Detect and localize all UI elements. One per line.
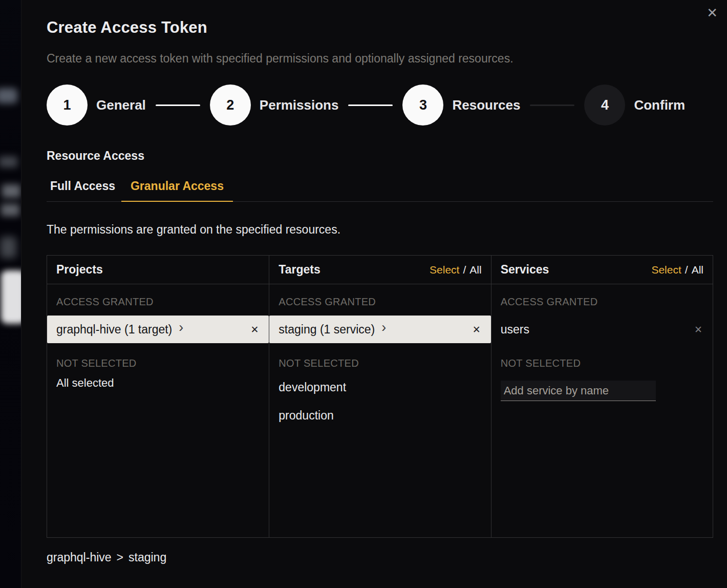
background-page-blur [0, 0, 21, 588]
step-number-circle: 1 [47, 85, 88, 125]
breadcrumb-project: graphql-hive [47, 551, 112, 564]
services-column: Services Select / All ACCESS GRANTED use… [491, 256, 713, 537]
step-confirm[interactable]: 4 Confirm [584, 85, 685, 125]
services-select-all-control: Select / All [651, 264, 703, 276]
services-select-link[interactable]: Select [651, 264, 681, 276]
resource-access-heading: Resource Access [47, 149, 713, 163]
chevron-right-icon: › [381, 322, 386, 337]
targets-column: Targets Select / All ACCESS GRANTED stag… [269, 256, 490, 537]
step-label: Resources [452, 97, 520, 113]
step-general[interactable]: 1 General [47, 85, 146, 125]
stepper: 1 General 2 Permissions 3 Resources 4 Co… [47, 85, 713, 125]
step-connector [348, 104, 393, 106]
step-connector [530, 104, 574, 106]
granular-access-description: The permissions are granted on the speci… [47, 223, 713, 237]
background-blob [2, 184, 20, 198]
page-title: Create Access Token [47, 18, 713, 37]
step-label: Permissions [260, 97, 339, 113]
services-all-link[interactable]: All [692, 264, 703, 276]
access-granted-label: ACCESS GRANTED [501, 296, 703, 308]
target-item-production[interactable]: production [269, 402, 490, 430]
remove-icon[interactable]: ✕ [250, 325, 259, 334]
access-mode-tabs: Full Access Granular Access [47, 179, 713, 202]
chevron-right-icon: › [179, 322, 183, 337]
access-granted-label: ACCESS GRANTED [56, 296, 260, 308]
breadcrumb-target: staging [129, 551, 166, 564]
granted-service-row[interactable]: users ✕ [491, 316, 713, 343]
background-blob [0, 156, 17, 167]
target-item-development[interactable]: development [269, 373, 490, 402]
step-number-circle: 2 [210, 85, 251, 125]
select-all-separator: / [685, 264, 688, 276]
targets-select-link[interactable]: Select [430, 264, 459, 276]
targets-all-link[interactable]: All [469, 264, 481, 276]
step-resources[interactable]: 3 Resources [402, 85, 520, 125]
breadcrumb-separator: > [117, 551, 123, 564]
step-label: General [96, 97, 146, 113]
step-number-circle: 4 [584, 85, 625, 125]
close-icon[interactable]: ✕ [707, 6, 718, 19]
step-connector [156, 104, 200, 106]
background-blob [1, 270, 21, 324]
resource-selection-table: Projects ACCESS GRANTED graphql-hive (1 … [47, 255, 713, 538]
remove-icon[interactable]: ✕ [694, 325, 702, 334]
projects-column-header: Projects [47, 256, 269, 284]
column-title: Targets [279, 263, 320, 277]
step-number-circle: 3 [402, 85, 443, 125]
step-permissions[interactable]: 2 Permissions [210, 85, 339, 125]
all-selected-note: All selected [56, 376, 260, 390]
remove-icon[interactable]: ✕ [473, 325, 481, 334]
background-blob [0, 237, 16, 258]
step-label: Confirm [634, 97, 685, 113]
add-service-input[interactable] [501, 381, 656, 401]
targets-select-all-control: Select / All [430, 264, 482, 276]
granted-target-label: staging (1 service) [279, 323, 375, 337]
unselected-targets-list: development production [269, 373, 490, 430]
granted-project-label: graphql-hive (1 target) [56, 323, 172, 337]
granted-target-row[interactable]: staging (1 service) › ✕ [269, 316, 490, 343]
background-blob [1, 204, 19, 216]
breadcrumb: graphql-hive > staging [47, 551, 713, 564]
not-selected-label: NOT SELECTED [56, 358, 260, 369]
not-selected-label: NOT SELECTED [279, 358, 481, 369]
granted-service-label: users [501, 323, 529, 337]
column-title: Projects [56, 263, 103, 277]
background-blob [0, 88, 17, 103]
tab-granular-access[interactable]: Granular Access [121, 179, 233, 202]
services-column-header: Services Select / All [491, 256, 713, 284]
modal-subtitle: Create a new access token with specified… [47, 52, 713, 66]
create-access-token-modal: ✕ Create Access Token Create a new acces… [21, 0, 727, 588]
tab-full-access[interactable]: Full Access [47, 179, 121, 202]
targets-column-header: Targets Select / All [269, 256, 490, 284]
column-title: Services [501, 263, 549, 277]
select-all-separator: / [463, 264, 466, 276]
not-selected-label: NOT SELECTED [501, 358, 703, 369]
access-granted-label: ACCESS GRANTED [279, 296, 481, 308]
granted-project-row[interactable]: graphql-hive (1 target) › ✕ [47, 316, 269, 343]
projects-column: Projects ACCESS GRANTED graphql-hive (1 … [47, 256, 269, 537]
